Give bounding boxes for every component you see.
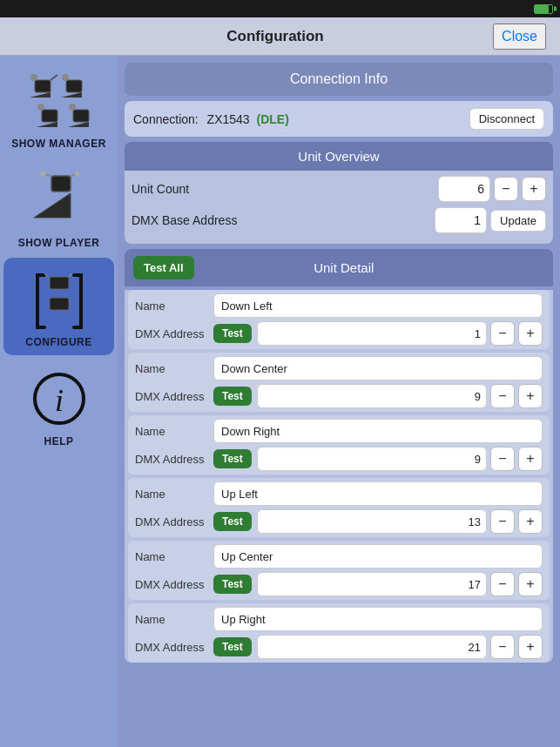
show-manager-icon: [24, 66, 94, 136]
svg-marker-5: [61, 92, 82, 98]
unit-name-input[interactable]: [213, 481, 543, 506]
unit-overview-header: Unit Overview: [125, 142, 553, 171]
test-button[interactable]: Test: [213, 512, 252, 531]
unit-name-input[interactable]: [213, 419, 543, 443]
unit-name-input[interactable]: [213, 544, 543, 569]
dmx-base-address-input[interactable]: [435, 207, 487, 233]
test-all-button[interactable]: Test All: [133, 256, 194, 279]
svg-point-2: [30, 74, 37, 81]
dmx-plus-button[interactable]: +: [518, 509, 543, 534]
dmx-address-input[interactable]: [257, 384, 487, 408]
dmx-address-row: DMX Address Test − +: [135, 509, 543, 534]
unit-card: Name DMX Address Test − +: [128, 353, 550, 412]
unit-card: Name DMX Address Test − +: [128, 541, 550, 600]
connection-info-button[interactable]: Connection Info: [125, 63, 553, 96]
sidebar-item-show-player[interactable]: SHOW PLAYER: [3, 158, 114, 256]
configure-icon: [24, 265, 94, 334]
dmx-address-row: DMX Address Test − +: [135, 384, 543, 408]
dmx-minus-button[interactable]: −: [490, 321, 515, 346]
dmx-address-row: DMX Address Test − +: [135, 635, 543, 659]
close-button[interactable]: Close: [493, 24, 546, 50]
connection-id: ZX1543: [207, 112, 250, 126]
dmx-minus-button[interactable]: −: [490, 572, 515, 596]
disconnect-button[interactable]: Disconnect: [469, 108, 544, 130]
sidebar-item-show-manager-label: SHOW MANAGER: [11, 138, 106, 150]
svg-line-3: [51, 75, 57, 80]
dmx-plus-button[interactable]: +: [518, 447, 543, 471]
name-label: Name: [135, 550, 213, 563]
svg-marker-8: [37, 122, 57, 127]
page-title: Configuration: [226, 28, 323, 45]
test-button[interactable]: Test: [213, 575, 252, 594]
dmx-address-input[interactable]: [257, 509, 487, 534]
dmx-minus-button[interactable]: −: [490, 447, 515, 471]
dmx-minus-button[interactable]: −: [490, 635, 515, 659]
unit-name-input[interactable]: [213, 293, 543, 318]
unit-card: Name DMX Address Test − +: [128, 290, 550, 349]
sidebar-item-configure[interactable]: CONFIGURE: [3, 258, 114, 355]
unit-name-row: Name: [135, 607, 543, 631]
unit-detail-title: Unit Detail: [205, 260, 544, 275]
dmx-address-row: DMX Address Test − +: [135, 321, 543, 346]
dmx-address-input[interactable]: [257, 635, 487, 659]
dmx-label: DMX Address: [135, 578, 213, 591]
dmx-address-input[interactable]: [257, 447, 487, 471]
unit-name-row: Name: [135, 356, 543, 380]
dmx-address-input[interactable]: [257, 321, 487, 346]
dmx-plus-button[interactable]: +: [518, 321, 543, 346]
svg-rect-7: [42, 110, 57, 122]
battery-icon: [534, 4, 553, 14]
unit-count-row: Unit Count − +: [132, 176, 546, 202]
test-button[interactable]: Test: [213, 449, 252, 468]
svg-text:i: i: [54, 383, 63, 418]
dmx-minus-button[interactable]: −: [490, 509, 515, 534]
status-bar: [0, 0, 560, 17]
dmx-label: DMX Address: [135, 515, 213, 528]
svg-rect-22: [50, 298, 69, 310]
show-player-icon: [24, 165, 94, 235]
dmx-label: DMX Address: [135, 390, 213, 403]
unit-name-row: Name: [135, 419, 543, 443]
dmx-label: DMX Address: [135, 641, 213, 654]
test-button[interactable]: Test: [213, 387, 252, 406]
name-label: Name: [135, 425, 213, 438]
unit-name-input[interactable]: [213, 607, 543, 631]
dmx-plus-button[interactable]: +: [518, 384, 543, 408]
svg-marker-1: [30, 92, 51, 98]
test-button[interactable]: Test: [213, 324, 252, 343]
svg-marker-11: [68, 122, 89, 127]
unit-name-row: Name: [135, 293, 543, 318]
update-button[interactable]: Update: [490, 210, 546, 232]
unit-name-row: Name: [135, 481, 543, 506]
unit-card: Name DMX Address Test − +: [128, 415, 550, 474]
svg-rect-10: [73, 110, 89, 122]
svg-rect-4: [66, 80, 82, 92]
unit-detail-body: Name DMX Address Test − + Name DMX Addre…: [125, 290, 553, 663]
unit-name-input[interactable]: [213, 356, 543, 380]
main-layout: SHOW MANAGER SHOW PLAYER: [0, 56, 560, 747]
dmx-plus-button[interactable]: +: [518, 572, 543, 596]
svg-point-17: [40, 172, 45, 177]
unit-overview-section: Unit Overview Unit Count − + DMX Base Ad…: [125, 142, 553, 244]
name-label: Name: [135, 362, 213, 375]
sidebar-item-help-label: HELP: [44, 435, 73, 448]
svg-point-12: [69, 104, 76, 111]
dmx-base-address-label: DMX Base Address: [132, 213, 435, 227]
right-panel: Connection Info Connection: ZX1543 (DLE)…: [118, 56, 560, 747]
dmx-plus-button[interactable]: +: [518, 635, 543, 659]
connection-status: (DLE): [257, 112, 289, 126]
svg-rect-13: [51, 176, 71, 192]
test-button[interactable]: Test: [213, 637, 252, 656]
top-nav: Configuration Close: [0, 17, 560, 56]
unit-count-plus-button[interactable]: +: [522, 177, 546, 201]
sidebar-item-show-manager[interactable]: SHOW MANAGER: [3, 59, 114, 157]
unit-overview-body: Unit Count − + DMX Base Address Update: [125, 171, 553, 244]
unit-count-input[interactable]: [438, 176, 490, 202]
dmx-address-row: DMX Address Test − +: [135, 447, 543, 471]
dmx-label: DMX Address: [135, 453, 213, 466]
dmx-minus-button[interactable]: −: [490, 384, 515, 408]
sidebar-item-help[interactable]: i HELP: [3, 357, 114, 454]
unit-count-minus-button[interactable]: −: [494, 177, 518, 201]
svg-point-6: [62, 74, 69, 81]
dmx-address-input[interactable]: [257, 572, 487, 596]
